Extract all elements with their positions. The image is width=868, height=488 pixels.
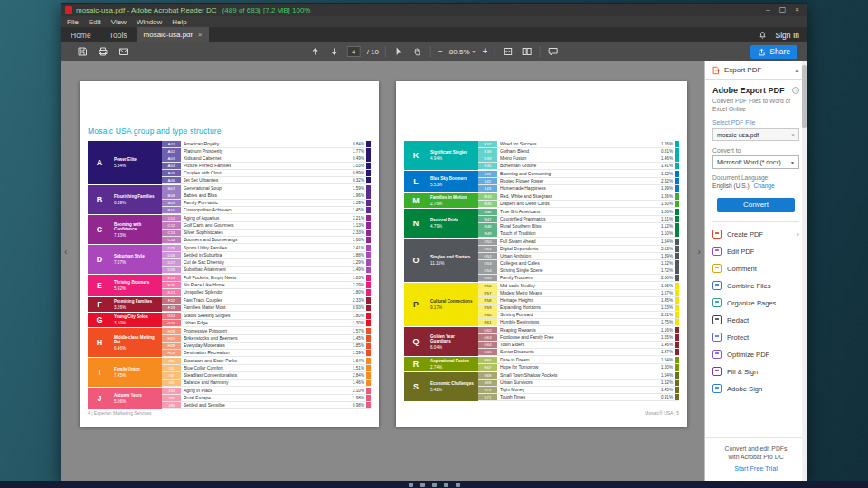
type-name: Digital Dependents — [497, 246, 652, 252]
language-change-link[interactable]: Change — [754, 183, 775, 189]
export-pdf-panel-header[interactable]: Export PDF ▲ — [705, 61, 807, 80]
group-letter: S — [404, 372, 428, 401]
select-tool-icon[interactable] — [392, 45, 405, 58]
type-name: Picture Perfect Families — [181, 163, 344, 169]
taskbar-icon-app-5[interactable] — [456, 483, 460, 487]
tool-optimize-pdf[interactable]: Optimize PDF — [712, 346, 799, 363]
two-page-view-icon[interactable] — [520, 45, 533, 58]
type-code: O54 — [478, 267, 497, 274]
next-page-icon[interactable] — [328, 45, 341, 58]
email-icon[interactable] — [118, 45, 130, 58]
type-color-strip — [675, 141, 679, 147]
group-name-block: Middle-class Melting Pot6.46% — [111, 328, 162, 357]
format-dropdown[interactable]: Microsoft Word (*.docx) ▼ — [712, 155, 799, 169]
tool-create-pdf[interactable]: Create PDF› — [712, 226, 799, 243]
document-canvas[interactable]: Mosaic USA group and type structure APow… — [61, 61, 704, 481]
zoom-in-icon[interactable]: + — [482, 45, 487, 58]
previous-page-arrow[interactable]: ‹ — [64, 247, 68, 257]
type-row: A02Platinum Prosperity1.77% — [162, 148, 371, 155]
convert-button[interactable]: Convert — [717, 198, 795, 212]
group-letter: N — [404, 209, 428, 238]
taskbar-icon-app-3[interactable] — [432, 483, 437, 487]
panel-collapse-icon[interactable]: ▲ — [794, 67, 800, 73]
save-icon[interactable] — [76, 45, 89, 58]
tool-redact[interactable]: Redact — [712, 312, 799, 329]
remove-file-icon[interactable]: × — [791, 132, 795, 138]
toolbar-divider — [430, 46, 431, 57]
tool-edit-pdf[interactable]: Edit PDF — [712, 243, 799, 260]
type-percent: 1.83% — [344, 275, 366, 281]
type-percent: 1.87% — [652, 349, 675, 355]
taskbar-icon-app-4[interactable] — [444, 483, 448, 487]
zoom-level-dropdown[interactable]: 80.5% ▼ — [449, 48, 476, 56]
group-Q: QGolden Year Guardians6.04%Q62Reaping Re… — [404, 327, 679, 356]
scrollbar-thumb[interactable] — [802, 65, 807, 128]
type-code: H26 — [162, 328, 181, 334]
menu-help[interactable]: Help — [172, 18, 186, 26]
type-code: Q63 — [478, 334, 497, 341]
group-name-label: Thriving Boomers — [114, 280, 159, 286]
help-icon[interactable]: ? — [792, 87, 799, 94]
previous-page-icon[interactable] — [309, 45, 322, 58]
protect-icon — [712, 333, 722, 342]
type-percent: 1.59% — [344, 350, 366, 356]
tool-organize-pages[interactable]: Organize Pages — [712, 295, 799, 312]
type-percent: 1.06% — [652, 209, 675, 215]
group-B: BFlourishing Families6.39%B07Generationa… — [88, 185, 371, 214]
tool-protect[interactable]: Protect — [712, 329, 799, 346]
type-code: M44 — [478, 193, 497, 200]
page-number-input[interactable]: 4 — [347, 46, 361, 57]
tool-combine-files[interactable]: Combine Files — [712, 277, 799, 295]
tab-document[interactable]: mosaic-usa.pdf × — [137, 27, 210, 42]
menu-file[interactable]: File — [67, 18, 79, 26]
taskbar-icon-app-2[interactable] — [420, 483, 425, 487]
select-file-label: Select PDF File — [712, 119, 799, 126]
type-name: Settled in Suburbia — [181, 252, 344, 258]
fit-width-icon[interactable] — [501, 45, 514, 58]
menu-edit[interactable]: Edit — [89, 18, 101, 26]
tool-comment[interactable]: Comment — [712, 260, 799, 277]
title-bar[interactable]: mosaic-usa.pdf - Adobe Acrobat Reader DC… — [61, 4, 807, 16]
tool-fill-sign[interactable]: Fill & Sign — [712, 363, 799, 380]
tab-home[interactable]: Home — [61, 27, 100, 42]
print-icon[interactable] — [97, 45, 109, 58]
zoom-out-icon[interactable]: − — [438, 45, 443, 58]
type-name: Modest Metro Means — [497, 290, 652, 296]
type-percent: 1.12% — [652, 223, 675, 230]
document-tab-close-icon[interactable]: × — [198, 31, 203, 39]
minimize-button[interactable]: – — [766, 4, 769, 16]
taskbar-icon-app-1[interactable] — [409, 483, 413, 487]
type-name: American Royalty — [181, 141, 344, 147]
bell-icon[interactable] — [757, 29, 769, 42]
start-free-trial-link[interactable]: Start Free Trial — [711, 465, 801, 473]
type-percent: 2.21% — [344, 215, 366, 221]
tool-label: Create PDF — [727, 230, 763, 239]
sidebar-scrollbar[interactable] — [802, 61, 807, 481]
sign-in-button[interactable]: Sign In — [776, 31, 799, 40]
share-button[interactable]: Share — [750, 45, 797, 59]
type-row: M45Diapers and Debit Cards1.50% — [478, 201, 679, 208]
type-row: P59Expanding Horizons1.23% — [478, 305, 679, 312]
type-code: J36 — [162, 402, 181, 408]
type-row: D18Suburban Attainment1.49% — [162, 267, 371, 274]
selected-file[interactable]: mosaic-usa.pdf × — [712, 128, 799, 141]
type-percent: 2.33% — [344, 230, 366, 236]
hand-tool-icon[interactable] — [411, 45, 424, 58]
type-color-strip — [366, 185, 371, 192]
close-button[interactable]: × — [795, 4, 799, 16]
taskbar[interactable] — [0, 481, 868, 488]
type-percent: 1.10% — [652, 230, 675, 237]
type-percent: 1.57% — [344, 328, 366, 334]
tool-adobe-sign[interactable]: Adobe Sign — [712, 380, 799, 398]
menu-view[interactable]: View — [111, 18, 127, 26]
type-percent: 1.29% — [344, 259, 366, 266]
type-row: L43Homemade Happiness1.99% — [478, 185, 679, 192]
type-color-strip — [366, 313, 371, 319]
tab-tools[interactable]: Tools — [100, 27, 137, 42]
next-page-arrow[interactable]: › — [697, 247, 701, 257]
maximize-button[interactable]: ▢ — [779, 4, 787, 16]
type-row: O53Colleges and Cafes1.22% — [478, 260, 679, 267]
type-percent: 1.67% — [652, 290, 675, 296]
menu-window[interactable]: Window — [137, 18, 162, 26]
comment-icon[interactable] — [546, 45, 559, 58]
